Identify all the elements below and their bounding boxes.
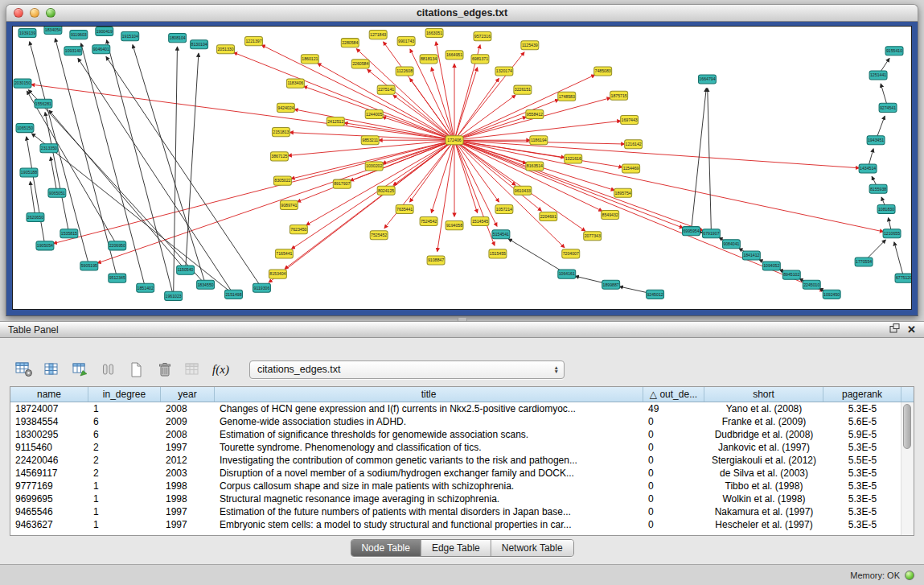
window-titlebar[interactable]: citations_edges.txt — [6, 4, 918, 22]
network-node[interactable]: 8163514 — [526, 162, 544, 171]
network-node[interactable]: 9572316 — [474, 32, 491, 41]
network-node[interactable]: 9610433 — [514, 186, 532, 195]
network-node[interactable]: 9512345 — [109, 274, 126, 282]
network-node[interactable]: 2206950 — [109, 241, 126, 250]
network-node[interactable]: 1875715 — [610, 91, 628, 100]
network-node[interactable]: 1834054 — [44, 27, 62, 35]
network-node[interactable]: 7165441 — [275, 249, 293, 258]
network-node[interactable]: 9194058 — [446, 221, 463, 230]
edit-table-button[interactable] — [69, 359, 91, 381]
network-node[interactable]: 1915104 — [121, 32, 139, 41]
network-node[interactable]: 1094052 — [762, 262, 780, 270]
new-table-button[interactable] — [125, 359, 147, 381]
network-node[interactable]: 8917937 — [333, 179, 351, 188]
network-node[interactable]: 6775120 — [895, 274, 911, 282]
network-node[interactable]: 8549432 — [602, 210, 619, 219]
network-node[interactable]: 8130104 — [191, 40, 208, 49]
tab-network-table[interactable]: Network Table — [491, 540, 573, 556]
network-node[interactable]: 2620650 — [27, 212, 44, 221]
network-node[interactable]: 7623450 — [290, 225, 307, 234]
network-node[interactable]: 1210655 — [883, 229, 901, 238]
table-row[interactable]: 1872400712008Changes of HCN gene express… — [10, 402, 914, 415]
network-node[interactable]: 9084041 — [722, 240, 740, 249]
network-node[interactable]: 7524542 — [420, 217, 437, 226]
network-node[interactable]: 3867125 — [270, 152, 288, 161]
network-node[interactable]: 7204007 — [562, 249, 580, 258]
network-node[interactable]: 1748583 — [558, 92, 576, 101]
network-node[interactable]: 1320174 — [495, 67, 513, 76]
column-header-pagerank[interactable]: pagerank — [823, 387, 901, 402]
table-row[interactable]: 1938455462009Genome-wide association stu… — [10, 415, 914, 428]
table-row[interactable]: 946554611997Estimation of the future num… — [10, 505, 914, 518]
network-node[interactable]: 2313350 — [40, 144, 58, 153]
minimize-window-button[interactable] — [30, 8, 39, 18]
select-columns-button[interactable] — [41, 359, 63, 381]
network-node[interactable]: 2204691 — [540, 212, 557, 220]
function-builder-button[interactable]: f(x) — [210, 359, 232, 381]
network-node[interactable]: 5905195 — [80, 262, 98, 270]
network-node[interactable]: 1154469 — [622, 164, 640, 173]
network-node[interactable]: 8153404 — [269, 270, 286, 278]
network-node[interactable]: 1434514 — [859, 164, 877, 173]
network-node[interactable]: 2077343 — [584, 232, 602, 241]
network-node[interactable]: 9155410 — [885, 47, 903, 56]
network-node[interactable]: 3226151 — [514, 85, 532, 94]
network-node[interactable]: 1244005 — [365, 109, 383, 118]
network-node[interactable]: 1899887 — [602, 280, 620, 289]
merge-table-button-disabled[interactable] — [182, 359, 203, 381]
network-node[interactable]: 9901743 — [397, 37, 415, 46]
network-canvas[interactable]: 1724061186194816351496104331057214151454… — [12, 26, 912, 310]
network-node[interactable]: 8155938 — [869, 184, 887, 193]
network-node[interactable]: 1664794 — [698, 75, 716, 84]
network-node[interactable]: 1663051 — [425, 29, 443, 38]
table-row[interactable]: 2242004622012Investigating the contribut… — [10, 454, 914, 467]
network-node[interactable]: 2030150 — [14, 79, 31, 88]
network-node[interactable]: 2275141 — [377, 85, 395, 94]
network-node[interactable]: 2260584 — [351, 60, 369, 68]
column-header-out_de[interactable]: △ out_de... — [643, 387, 704, 402]
network-node[interactable]: 8818134 — [420, 55, 437, 64]
network-node[interactable]: 9089741 — [280, 200, 298, 209]
network-node[interactable]: 6791907 — [702, 229, 720, 238]
network-node[interactable]: 1664951 — [446, 51, 463, 60]
network-node[interactable]: 9119603 — [70, 31, 88, 39]
network-node[interactable]: 9046401 — [92, 45, 110, 54]
table-scrollbar[interactable] — [901, 402, 914, 535]
network-node[interactable]: 1216142 — [625, 140, 643, 149]
network-node[interactable]: 9274541 — [879, 103, 897, 112]
network-node[interactable]: 1122608 — [396, 67, 413, 76]
network-node[interactable]: 9424024 — [277, 103, 294, 112]
network-node[interactable]: 2245010 — [803, 280, 820, 289]
network-node[interactable]: 1939139 — [18, 29, 36, 38]
tab-edge-table[interactable]: Edge Table — [421, 540, 491, 556]
network-node[interactable]: 2051330 — [217, 45, 235, 54]
network-node[interactable]: 2151813 — [272, 128, 290, 137]
table-row[interactable]: 1456911722003Disruption of a novel membe… — [10, 467, 914, 480]
close-panel-icon[interactable]: ✕ — [907, 323, 916, 336]
network-node[interactable]: 1860121 — [301, 55, 318, 64]
table-row[interactable]: 1830029562008Estimation of significance … — [10, 428, 914, 441]
network-node[interactable]: 1221397 — [244, 37, 262, 46]
network-node[interactable]: 7485083 — [594, 67, 612, 76]
row-options-button[interactable] — [97, 359, 119, 381]
table-row[interactable]: 946362711997Embryonic stem cells: a mode… — [10, 518, 914, 531]
network-node[interactable]: 8024125 — [377, 186, 395, 195]
column-header-in_degree[interactable]: in_degree — [88, 387, 161, 402]
network-node[interactable]: 1186194 — [530, 136, 548, 145]
network-node[interactable]: 1125439 — [521, 41, 539, 50]
network-node[interactable]: 1093140 — [64, 47, 82, 56]
network-node[interactable]: 2151498 — [225, 290, 243, 299]
network-node[interactable]: 9065051 — [48, 188, 66, 197]
network-node[interactable]: 172406 — [446, 136, 463, 145]
network-node[interactable]: 1770554 — [855, 257, 873, 266]
column-header-year[interactable]: year — [161, 387, 215, 402]
network-node[interactable]: 1515455 — [489, 249, 507, 258]
network-node[interactable]: 1271843 — [369, 31, 387, 39]
network-node[interactable]: 1841412 — [742, 251, 760, 260]
network-node[interactable]: 1514545 — [471, 217, 489, 226]
network-node[interactable]: 5154541 — [492, 230, 510, 239]
network-node[interactable]: 1851402 — [137, 283, 154, 292]
network-node[interactable]: 1030202 — [365, 162, 383, 171]
close-window-button[interactable] — [14, 8, 23, 18]
network-node[interactable]: 1065150 — [16, 124, 34, 133]
